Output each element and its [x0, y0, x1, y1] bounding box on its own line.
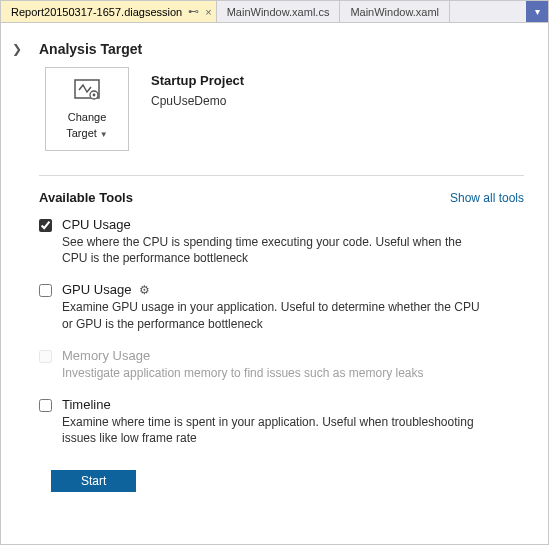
chevron-down-icon: ▼ — [100, 130, 108, 139]
tool-name: Timeline — [62, 397, 482, 412]
target-gear-icon — [74, 79, 100, 107]
available-tools-title: Available Tools — [39, 190, 133, 205]
tool-item: GPU Usage ⚙Examine GPU usage in your app… — [39, 282, 524, 331]
content-pane: ❯ Analysis Target Change Target▼ Startup… — [1, 23, 548, 504]
tool-name: GPU Usage ⚙ — [62, 282, 482, 297]
change-target-label2: Target▼ — [66, 127, 108, 139]
startup-project-label: Startup Project — [151, 73, 244, 88]
tools-list: CPU UsageSee where the CPU is spending t… — [9, 217, 524, 446]
tool-desc: Investigate application memory to find i… — [62, 365, 424, 381]
change-target-label1: Change — [68, 111, 107, 123]
tab-overflow-button[interactable]: ▾ — [526, 1, 548, 22]
target-info: Startup Project CpuUseDemo — [151, 67, 244, 151]
tab-bar: Report20150317-1657.diagsession ⊷ × Main… — [1, 1, 548, 23]
tool-name: Memory Usage — [62, 348, 424, 363]
tab-active[interactable]: Report20150317-1657.diagsession ⊷ × — [1, 1, 217, 22]
startup-project-name: CpuUseDemo — [151, 94, 244, 108]
tool-checkbox[interactable] — [39, 219, 52, 232]
start-button[interactable]: Start — [51, 470, 136, 492]
tab-label: Report20150317-1657.diagsession — [11, 6, 182, 18]
tab-item-2[interactable]: MainWindow.xaml — [340, 1, 450, 22]
analysis-target-title: Analysis Target — [39, 41, 142, 57]
tool-item: TimelineExamine where time is spent in y… — [39, 397, 524, 446]
chevron-right-icon[interactable]: ❯ — [9, 42, 25, 56]
tab-item-1[interactable]: MainWindow.xaml.cs — [217, 1, 341, 22]
tool-checkbox[interactable] — [39, 399, 52, 412]
analysis-target-header: ❯ Analysis Target — [9, 41, 524, 57]
analysis-target-row: Change Target▼ Startup Project CpuUseDem… — [45, 67, 524, 151]
tab-label: MainWindow.xaml — [350, 6, 439, 18]
tool-item: Memory UsageInvestigate application memo… — [39, 348, 524, 381]
tool-checkbox — [39, 350, 52, 363]
tool-item: CPU UsageSee where the CPU is spending t… — [39, 217, 524, 266]
show-all-tools-link[interactable]: Show all tools — [450, 191, 524, 205]
change-target-button[interactable]: Change Target▼ — [45, 67, 129, 151]
available-tools-header: Available Tools Show all tools — [39, 190, 524, 205]
pin-icon[interactable]: ⊷ — [188, 5, 199, 18]
close-icon[interactable]: × — [205, 6, 211, 18]
divider — [39, 175, 524, 176]
tool-name: CPU Usage — [62, 217, 482, 232]
tool-checkbox[interactable] — [39, 284, 52, 297]
tool-desc: Examine where time is spent in your appl… — [62, 414, 482, 446]
tool-desc: Examine GPU usage in your application. U… — [62, 299, 482, 331]
svg-point-2 — [93, 94, 96, 97]
tab-label: MainWindow.xaml.cs — [227, 6, 330, 18]
gear-icon[interactable]: ⚙ — [139, 283, 150, 297]
tool-desc: See where the CPU is spending time execu… — [62, 234, 482, 266]
